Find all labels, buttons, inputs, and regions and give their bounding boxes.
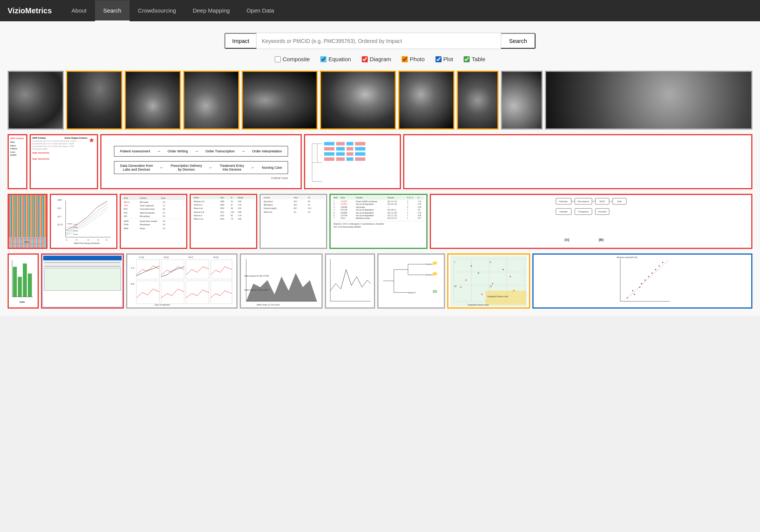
checkbox-equation[interactable]	[320, 56, 326, 62]
svg-text:Gene: Gene	[340, 197, 345, 199]
filter-plot[interactable]: Plot	[435, 56, 453, 62]
search-bar-container: Impact Search	[8, 33, 752, 49]
svg-text:Assembler: Assembler	[559, 211, 568, 213]
svg-text:BLAST: BLAST	[600, 201, 605, 203]
filter-composite[interactable]: Composite	[275, 56, 310, 62]
thumb-micro-1[interactable]	[8, 71, 64, 130]
filter-table-label: Table	[472, 56, 485, 62]
svg-text:Geographic Distance class: Geographic Distance class	[468, 304, 489, 306]
thumb-multi-plot[interactable]: t7-Q t8-Q A7 (Q) A8 (Q) A8 (T) A9 (Q)	[126, 253, 238, 309]
thumb-time-series[interactable]: ☆ Within Species 91.43% 47.50% Within Sp…	[240, 253, 323, 309]
thumb-micro-3[interactable]	[125, 71, 181, 130]
svg-point-279	[652, 272, 653, 274]
filter-composite-label: Composite	[283, 56, 310, 62]
checkbox-diagram[interactable]	[362, 56, 368, 62]
checkbox-table[interactable]	[464, 56, 470, 62]
svg-text:1: 1	[407, 203, 408, 205]
thumb-micro-5[interactable]	[242, 71, 318, 130]
thumb-micro-8[interactable]	[457, 71, 499, 130]
thumb-diagram-flow[interactable]: Patient Assessment → Order Writing → Ord…	[100, 134, 302, 189]
svg-text:P Z ≥ 3: P Z ≥ 3	[407, 197, 413, 199]
svg-text:1E-7: 1E-7	[57, 215, 62, 218]
checkbox-composite[interactable]	[275, 56, 281, 62]
svg-text:Rank: Rank	[334, 197, 338, 199]
svg-text:DOI: 10.1371/journal.pbio.0000: DOI: 10.1371/journal.pbio.0000001	[334, 226, 361, 228]
search-button[interactable]: Search	[501, 33, 535, 49]
thumb-text-block[interactable]	[403, 134, 752, 189]
svg-text:Signal transduction: Signal transduction	[140, 212, 155, 214]
thumb-bar-2008[interactable]: 2008	[8, 253, 39, 309]
thumb-genome[interactable]: 2008	[8, 194, 48, 249]
svg-text:5.5: 5.5	[163, 220, 165, 222]
thumb-tree[interactable]: Species A Species B Species C	[377, 253, 445, 309]
svg-text:—: —	[388, 206, 390, 208]
thumb-criterion-table[interactable]: ★ GFR Criteria Urine Output Criteria Inc…	[30, 134, 98, 189]
thumb-data-table2[interactable]: Variable Mean SD Age (years) 52.4 8.2 BM…	[260, 194, 327, 249]
svg-rect-12	[347, 147, 353, 150]
star-icon[interactable]: ★	[89, 137, 95, 144]
thumb-micro-7[interactable]	[398, 71, 454, 130]
nav-deep-mapping[interactable]: Deep Mapping	[184, 0, 238, 21]
thumb-data-table[interactable]: Author Year N Result Martinez et al. 200…	[190, 194, 257, 249]
thumb-scatter-geo[interactable]: I II III IV Geographic Distance class Ge…	[447, 253, 530, 309]
checkbox-photo[interactable]	[402, 56, 408, 62]
thumb-waveform[interactable]: ☆	[325, 253, 375, 309]
svg-text:6.2: 6.2	[294, 211, 296, 213]
impact-button[interactable]: Impact	[225, 33, 256, 49]
svg-text:(B): (B)	[599, 238, 604, 242]
nav-crowdsourcing[interactable]: Crowdsourcing	[130, 0, 184, 21]
thumb-line-plot[interactable]: 1000 0.01 1E-7 1E-12 Mfold Free Energy (…	[50, 194, 117, 249]
svg-rect-18	[324, 157, 334, 161]
svg-text:Glucose (mg/dL): Glucose (mg/dL)	[264, 207, 277, 209]
svg-rect-9	[355, 142, 365, 146]
thumb-gene-table[interactable]: Rank Gene Function Enzyme P Z ≥ 3 A... 1…	[329, 194, 428, 249]
thumb-micro-9[interactable]	[501, 71, 543, 130]
svg-text:45: 45	[231, 201, 233, 203]
svg-text:8.5: 8.5	[163, 201, 165, 203]
thumb-screenshot[interactable]	[41, 253, 124, 309]
svg-text:6.8: 6.8	[163, 208, 165, 210]
search-input[interactable]	[256, 34, 501, 48]
svg-text:Function: Function	[356, 197, 363, 199]
checkbox-plot[interactable]	[435, 56, 442, 62]
nav-search[interactable]: Search	[95, 0, 130, 21]
svg-rect-197	[18, 277, 22, 297]
svg-text:BRCA2: BRCA2	[124, 201, 130, 203]
svg-point-258	[510, 276, 511, 277]
svg-text:1: 1	[407, 215, 408, 217]
svg-text:EC:2.6.1.42: EC:2.6.1.42	[388, 203, 397, 205]
thumb-micro-2[interactable]	[66, 71, 122, 130]
filter-equation[interactable]: Equation	[320, 56, 351, 62]
thumb-micro-10[interactable]	[545, 71, 752, 130]
svg-text:Maximum syntenyDA (m3): Maximum syntenyDA (m3)	[617, 256, 638, 258]
search-bar: Impact Search	[224, 33, 536, 49]
svg-rect-106	[262, 196, 325, 199]
svg-text:Wnt pathway: Wnt pathway	[140, 215, 150, 217]
thumb-criterion-sm[interactable]: GFR Criteria Risk Injury Failure Loss ES…	[8, 134, 27, 189]
svg-text:20: 20	[76, 239, 78, 241]
svg-text:Tumor suppressor: Tumor suppressor	[140, 205, 154, 207]
thumb-scatter-table[interactable]: Gene Function Score BRCA2 DNA repair 8.5…	[120, 194, 187, 249]
filter-diagram[interactable]: Diagram	[362, 56, 391, 62]
filter-table[interactable]: Table	[464, 56, 485, 62]
thumb-flow-diagram[interactable]: Polycluster Next sequence BLAST Smith	[430, 194, 752, 249]
navigation: VizioMetrics About Search Crowdsourcing …	[0, 0, 760, 21]
svg-text:CG7140: CG7140	[340, 215, 347, 217]
thumb-micro-4[interactable]	[183, 71, 239, 130]
nav-open-data[interactable]: Open Data	[238, 0, 283, 21]
svg-text:Val Leu Ile degradation: Val Leu Ile degradation	[356, 212, 374, 214]
svg-text:Next sequence: Next sequence	[578, 201, 589, 203]
filter-photo[interactable]: Photo	[402, 56, 424, 62]
thumb-dot-scatter[interactable]: Maximum syntenyDA (m3)	[532, 253, 752, 309]
svg-text:4.9: 4.9	[163, 228, 165, 230]
filter-diagram-label: Diagram	[370, 56, 391, 62]
svg-rect-198	[23, 263, 27, 297]
svg-rect-242	[433, 290, 437, 293]
svg-text:4: 4	[334, 209, 335, 211]
thumb-micro-6[interactable]	[320, 71, 396, 130]
svg-text:98.7: 98.7	[294, 207, 297, 209]
nav-about[interactable]: About	[63, 0, 95, 21]
thumb-table-chart[interactable]	[304, 134, 401, 189]
svg-text:I: I	[454, 261, 455, 263]
svg-text:Growth factor receptor: Growth factor receptor	[140, 220, 158, 222]
